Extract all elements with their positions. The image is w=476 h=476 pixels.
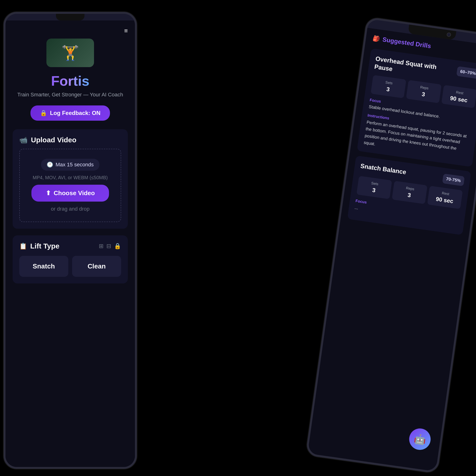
- clock-icon: 🕐: [47, 162, 53, 168]
- lift-buttons: Snatch Clean: [19, 256, 121, 277]
- lift-section: 📋 Lift Type ⊞ ⊟ 🔒 Snatch Clean: [13, 235, 128, 284]
- choose-video-button[interactable]: ⬆ Choose Video: [32, 185, 109, 202]
- suggested-title-group: 🎒 Suggested Drills: [372, 34, 431, 50]
- reps-box-2: Reps 3: [392, 181, 427, 204]
- lock-icon: 🔒: [40, 110, 47, 116]
- choose-video-label: Choose Video: [54, 189, 95, 197]
- barbell-icon-1: ⊞: [99, 243, 103, 249]
- upload-title: Upload Video: [31, 136, 76, 144]
- ai-avatar[interactable]: 🤖: [408, 427, 432, 451]
- app-logo: 🏋️: [46, 38, 94, 67]
- max-time-badge: 🕐 Max 15 seconds: [41, 159, 99, 171]
- instructions-text-1: Perform an overhead squat, pausing for 2…: [363, 119, 471, 160]
- app-subtitle: Train Smarter, Get Stronger — Your AI Co…: [17, 92, 123, 98]
- lift-title: Lift Type: [30, 242, 60, 250]
- upload-section: 📹 Upload Video 🕐 Max 15 seconds MP4, MOV…: [13, 129, 128, 229]
- log-feedback-label: Log Feedback: ON: [50, 110, 101, 116]
- robot-icon: 🤖: [413, 433, 426, 446]
- video-camera-icon: 📹: [19, 136, 28, 144]
- lift-title-group: 📋 Lift Type: [19, 242, 60, 250]
- percentage-badge-2: 70-75%: [442, 173, 465, 186]
- phone-screen-left: ≡ 🏋️ Fortis Train Smarter, Get Stronger …: [5, 20, 135, 467]
- sets-box-1: Sets 3: [371, 75, 406, 98]
- rest-box-1: Rest 90 sec: [441, 85, 476, 108]
- lift-header: 📋 Lift Type ⊞ ⊟ 🔒: [19, 242, 121, 250]
- drill-card-2: Snatch Balance 70-75% Sets 3 Reps 3 Rest…: [347, 155, 471, 235]
- percentage-badge-1: 60–70%: [456, 66, 476, 79]
- bag-icon: 🎒: [372, 35, 380, 42]
- dumbbell-icon: 🏋️: [61, 45, 79, 61]
- upload-arrow-icon: ⬆: [46, 189, 51, 197]
- phone-screen-right: 🎒 Suggested Drills ≡ Overhead Squat with…: [307, 28, 476, 472]
- snatch-button[interactable]: Snatch: [19, 256, 68, 277]
- max-time-label: Max 15 seconds: [55, 162, 94, 168]
- lock-type-icon: 🔒: [114, 243, 121, 249]
- rest-box-2: Rest 90 sec: [427, 186, 463, 209]
- lift-type-icons: ⊞ ⊟ 🔒: [99, 243, 121, 249]
- phone-left: ≡ 🏋️ Fortis Train Smarter, Get Stronger …: [3, 12, 137, 469]
- upload-drop-zone[interactable]: 🕐 Max 15 seconds MP4, MOV, AVI, or WEBM …: [19, 149, 121, 222]
- suggested-title: Suggested Drills: [382, 36, 431, 50]
- drag-drop-text: or drag and drop: [51, 206, 90, 212]
- barbell-icon-2: ⊟: [106, 243, 111, 249]
- app-title: Fortis: [51, 73, 89, 89]
- scene: ≡ 🏋️ Fortis Train Smarter, Get Stronger …: [0, 0, 476, 476]
- clean-button[interactable]: Clean: [72, 256, 121, 277]
- reps-box-1: Reps 3: [406, 80, 442, 103]
- log-feedback-button[interactable]: 🔒 Log Feedback: ON: [31, 105, 110, 121]
- camera-dot: [446, 32, 451, 37]
- drill-card-1: Overhead Squat with Pause 60–70% Sets 3 …: [357, 48, 476, 167]
- sets-box-2: Sets 3: [357, 176, 392, 199]
- phone-right: 🎒 Suggested Drills ≡ Overhead Squat with…: [305, 17, 476, 474]
- clipboard-icon: 📋: [19, 242, 27, 250]
- upload-header: 📹 Upload Video: [19, 136, 121, 144]
- menu-icon[interactable]: ≡: [124, 28, 128, 34]
- file-types-label: MP4, MOV, AVI, or WEBM (≤50MB): [33, 175, 108, 180]
- phone-notch-left: [56, 14, 85, 20]
